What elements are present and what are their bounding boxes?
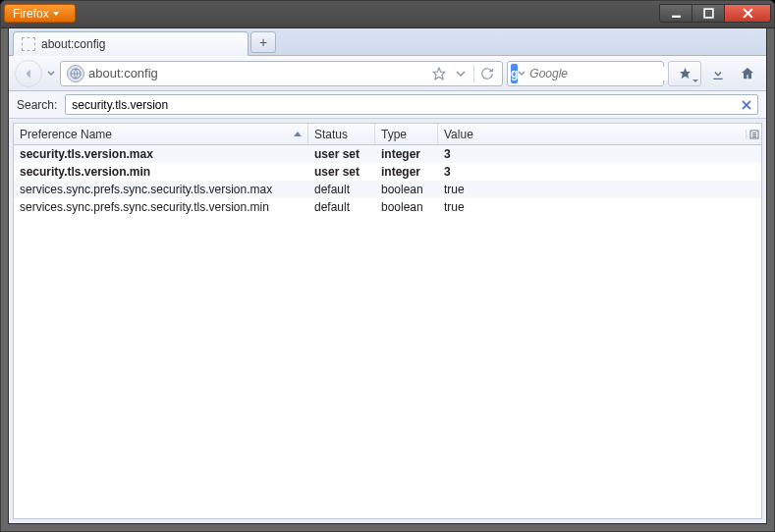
svg-rect-12 [752, 133, 756, 133]
cell-status: user set [308, 165, 375, 179]
clear-filter-icon[interactable] [740, 98, 753, 112]
engine-picker-icon[interactable] [518, 70, 526, 78]
svg-marker-5 [433, 68, 445, 80]
cell-type: integer [375, 147, 438, 161]
tabstrip: about:config + [9, 28, 766, 56]
cell-value: true [438, 200, 761, 214]
downloads-button[interactable] [705, 61, 731, 86]
table-header: Preference Name Status Type Value [14, 124, 761, 145]
column-picker-icon[interactable] [746, 130, 761, 139]
bookmarks-menu-button[interactable] [668, 61, 701, 86]
tab-aboutconfig[interactable]: about:config [13, 31, 249, 56]
app-name: Firefox [13, 7, 49, 21]
col-type-label: Type [381, 128, 407, 141]
chevron-down-icon [53, 12, 59, 16]
cell-status: default [308, 200, 375, 214]
url-input[interactable] [88, 66, 428, 80]
filter-row: Search: [9, 91, 766, 119]
separator [473, 65, 474, 82]
cell-type: integer [375, 165, 438, 179]
new-tab-button[interactable]: + [250, 31, 276, 53]
nav-toolbar: g [9, 56, 766, 91]
home-button[interactable] [735, 61, 760, 86]
cell-value: true [438, 183, 761, 196]
svg-rect-1 [704, 9, 713, 18]
maximize-button[interactable] [692, 4, 725, 23]
cell-value: 3 [438, 165, 761, 179]
svg-rect-13 [752, 134, 756, 135]
url-bar[interactable] [60, 61, 503, 86]
plus-icon: + [259, 34, 267, 50]
bookmark-star-icon[interactable] [428, 63, 450, 84]
history-dropdown[interactable] [46, 62, 56, 85]
cell-name: services.sync.prefs.sync.security.tls.ve… [14, 200, 308, 214]
back-button[interactable] [15, 60, 42, 87]
tab-title: about:config [41, 37, 105, 51]
col-status[interactable]: Status [308, 124, 375, 144]
client-area: about:config + [8, 28, 767, 524]
reload-icon[interactable] [476, 63, 498, 84]
cell-value: 3 [438, 147, 761, 161]
cell-type: boolean [375, 183, 438, 196]
prefs-table: Preference Name Status Type Value securi… [13, 123, 762, 519]
filter-input[interactable] [72, 98, 740, 112]
tab-favicon [22, 37, 35, 51]
chevron-down-icon [692, 80, 698, 82]
minimize-button[interactable] [659, 4, 692, 23]
table-row[interactable]: security.tls.version.maxuser setinteger3 [14, 145, 761, 163]
col-name-label: Preference Name [20, 128, 112, 141]
cell-name: security.tls.version.max [14, 147, 308, 161]
cell-status: user set [308, 147, 375, 161]
cell-type: boolean [375, 200, 438, 214]
sort-asc-icon [294, 132, 302, 136]
svg-rect-14 [752, 136, 756, 137]
col-value-label: Value [444, 128, 473, 141]
col-status-label: Status [314, 128, 348, 141]
col-name[interactable]: Preference Name [14, 124, 308, 144]
filter-label: Search: [17, 98, 57, 112]
firefox-window: Firefox about:config + [0, 0, 775, 532]
close-button[interactable] [724, 4, 771, 23]
svg-marker-8 [680, 68, 691, 79]
titlebar: Firefox [1, 1, 774, 28]
history-dropdown-icon[interactable] [450, 63, 471, 84]
table-row[interactable]: services.sync.prefs.sync.security.tls.ve… [14, 181, 761, 198]
window-controls [660, 4, 771, 23]
cell-name: security.tls.version.min [14, 165, 308, 179]
cell-status: default [308, 183, 375, 196]
table-row[interactable]: services.sync.prefs.sync.security.tls.ve… [14, 198, 761, 216]
col-type[interactable]: Type [375, 124, 438, 144]
globe-icon [67, 65, 84, 82]
search-bar[interactable]: g [507, 61, 664, 86]
col-value[interactable]: Value [438, 124, 746, 144]
table-body[interactable]: security.tls.version.maxuser setinteger3… [14, 145, 761, 518]
svg-rect-0 [672, 16, 681, 18]
filter-box[interactable] [65, 94, 758, 115]
search-input[interactable] [526, 67, 682, 80]
search-engine-badge: g [511, 64, 518, 83]
firefox-menu-button[interactable]: Firefox [4, 4, 76, 23]
table-row[interactable]: security.tls.version.minuser setinteger3 [14, 163, 761, 181]
cell-name: services.sync.prefs.sync.security.tls.ve… [14, 183, 308, 196]
